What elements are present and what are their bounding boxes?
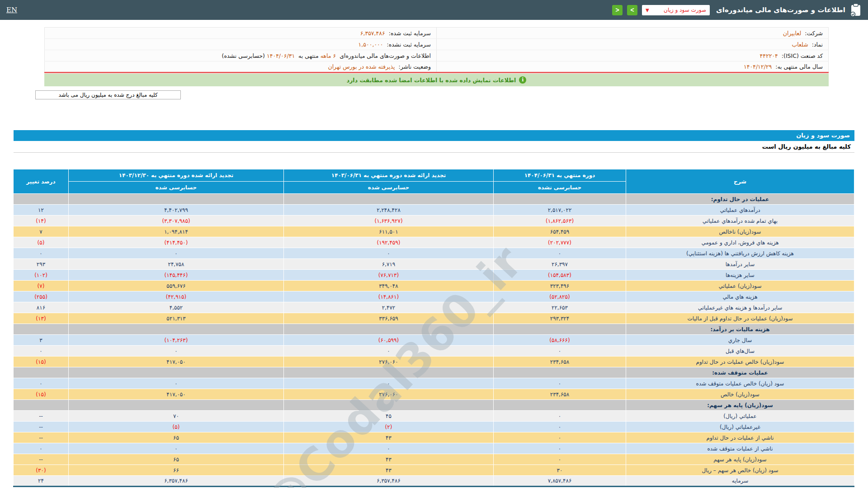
cell-yearend: ۱,۰۹۴,۸۱۴ (69, 226, 284, 237)
cell-change (14, 367, 69, 378)
cell-current: ۰ (494, 432, 626, 443)
period-text-3: منتهی به (298, 52, 319, 59)
cell-prior: ۴۵ (284, 411, 494, 422)
cell-current: ۷,۸۵۷,۴۸۶ (494, 476, 626, 487)
signed-data-banner: i اطلاعات نمایش داده شده با اطلاعات امضا… (44, 74, 829, 86)
col-subheader-current-audit: حسابرسی نشده (494, 182, 626, 194)
cell-yearend: ۰ (69, 443, 284, 454)
period-cell: اطلاعات و صورت‌های مالی میاندوره‌ای ۶ ما… (45, 50, 437, 61)
cell-current: ۲,۵۱۷,۰۲۲ (494, 205, 626, 216)
table-row: سال‌هاي قبل۰۰۰۰ (14, 346, 854, 357)
cell-prior (284, 194, 494, 205)
cell-yearend: (۵) (69, 422, 284, 432)
cell-change: (۳۰) (14, 465, 69, 476)
statement-type-dropdown[interactable]: صورت سود و زیان ▼ (642, 5, 710, 15)
cell-current: ۰ (494, 443, 626, 454)
page-title: اطلاعات و صورت‌های مالی میاندوره‌ای (716, 6, 845, 14)
cell-yearend: ۴,۴۰۲,۷۹۹ (69, 205, 284, 216)
table-row: سود(زیان) خالص۲۳۴,۶۵۸۲۷۶,۰۶۰۴۱۷,۰۵۰(۱۵) (14, 389, 854, 400)
cell-prior: (۱۹۲,۴۵۹) (284, 237, 494, 248)
cell-yearend (69, 194, 284, 205)
cell-current: (۱,۸۶۲,۵۶۳) (494, 216, 626, 226)
table-row: عملیاتي (ریال)۰۴۵۷۰-- (14, 411, 854, 422)
publisher-status-cell: وضعیت ناشر: پذیرفته شده در بورس تهران (45, 61, 437, 73)
cell-label: سال جاري (626, 335, 854, 346)
cell-yearend: (۱۰۴,۲۶۳) (69, 335, 284, 346)
publisher-status-value: پذیرفته شده در بورس تهران (328, 63, 396, 70)
amounts-unit-note-box: کلیه مبالغ درج شده به میلیون ریال می باش… (35, 90, 181, 99)
statement-title-bar: صورت سود و زیان (14, 130, 854, 141)
table-row: سود(زیان) ناخالص۶۵۴,۴۵۹۶۱۱,۵۰۱۱,۰۹۴,۸۱۴۷ (14, 226, 854, 237)
col-subheader-yearend-audit: حسابرسی شده (69, 182, 284, 194)
cell-current (494, 400, 626, 411)
cell-yearend: ۰ (69, 378, 284, 389)
cell-current: ۰ (494, 346, 626, 357)
info-row-company: شرکت: لعابیران سرمایه ثبت شده: ۶,۳۵۷,۴۸۶ (45, 28, 829, 39)
cell-yearend: (۴۱۴,۴۵۰) (69, 237, 284, 248)
info-icon: i (519, 76, 526, 84)
cell-label: هزینه هاي فروش، اداري و عمومي (626, 237, 854, 248)
cell-yearend: ۵۵۹,۶۷۶ (69, 281, 284, 291)
cell-label: سایر درآمدها (626, 259, 854, 270)
cell-prior (284, 324, 494, 335)
period-text-2: ۶ ماهه (321, 52, 338, 59)
cell-change: -- (14, 454, 69, 465)
chevron-down-icon: ▼ (646, 8, 649, 13)
statement-section: صورت سود و زیان کلیه مبالغ به میلیون ریا… (14, 130, 854, 487)
section-row: عملیات متوقف شده: (14, 367, 854, 378)
cell-label: درآمدهاي عملیاتي (626, 205, 854, 216)
cell-yearend: ۶۵ (69, 454, 284, 465)
previous-statement-button[interactable]: < (612, 5, 623, 15)
period-text-1: اطلاعات و صورت‌های مالی میاندوره‌ای (340, 52, 431, 59)
cell-yearend: ۵۲۱,۳۱۳ (69, 313, 284, 324)
cell-prior: ۲,۲۴۸,۴۲۸ (284, 205, 494, 216)
cell-prior: ۰ (284, 346, 494, 357)
cell-change (14, 400, 69, 411)
cell-change (14, 324, 69, 335)
cell-prior: ۲۷۶,۰۶۰ (284, 389, 494, 400)
table-row: سود(زیان) خالص عملیات در حال تداوم۲۳۴,۶۵… (14, 357, 854, 367)
statement-body: عملیات در حال تداوم:درآمدهاي عملیاتي۲,۵۱… (14, 194, 854, 487)
cell-yearend: ۲۴,۷۵۸ (69, 259, 284, 270)
cell-label: عملیات متوقف شده: (626, 367, 854, 378)
cell-change: (۲۵۵) (14, 291, 69, 302)
table-row: سایر هزینه‌ها(۱۵۴,۵۸۳)(۷۶,۷۱۳)(۱۴۵,۴۴۶)(… (14, 270, 854, 281)
cell-prior: ۰ (284, 443, 494, 454)
cell-prior: ۶,۳۵۷,۴۸۶ (284, 476, 494, 487)
cell-prior: ۳۴۹,۰۴۸ (284, 281, 494, 291)
capital-unregistered-cell: سرمایه ثبت نشده: ۱,۵۰۰,۰۰۰ (45, 39, 437, 50)
cell-yearend: ۰ (69, 248, 284, 259)
cell-change: -- (14, 422, 69, 432)
capital-registered-label: سرمایه ثبت شده: (389, 30, 431, 37)
cell-change: ۲۹۳ (14, 259, 69, 270)
cell-current: ۳۲۳,۴۹۶ (494, 281, 626, 291)
section-row: عملیات در حال تداوم: (14, 194, 854, 205)
cell-label: ناشي از عملیات در حال تداوم (626, 432, 854, 443)
capital-registered-value: ۶,۳۵۷,۴۸۶ (360, 30, 387, 37)
cell-yearend: ۰ (69, 346, 284, 357)
table-row: سود(زیان) پایه هر سهم۰۴۳۶۵-- (14, 454, 854, 465)
cell-label: سود(زیان) ناخالص (626, 226, 854, 237)
cell-current: ۲۳۴,۶۵۸ (494, 357, 626, 367)
cell-label: هزینه مالیات بر درآمد: (626, 324, 854, 335)
cell-current: ۰ (494, 411, 626, 422)
cell-prior: (۱۴,۸۶۱) (284, 291, 494, 302)
cell-current: (۲۰۲,۷۷۷) (494, 237, 626, 248)
cell-yearend: (۳,۳۰۷,۹۸۵) (69, 216, 284, 226)
top-header-bar: اطلاعات و صورت‌های مالی میاندوره‌ای صورت… (0, 0, 868, 20)
cell-prior: (۲) (284, 422, 494, 432)
cell-current: ۶۵۴,۴۵۹ (494, 226, 626, 237)
cell-change: (۱۴) (14, 216, 69, 226)
cell-change: ۸۱۶ (14, 302, 69, 313)
table-header-row-periods: شرح دوره منتهي به ۱۴۰۴/۰۶/۳۱ تجدید ارائه… (14, 169, 854, 182)
cell-change: (۷) (14, 281, 69, 291)
symbol-value: شلعاب (792, 41, 810, 48)
cell-label: عملیاتي (ریال) (626, 411, 854, 422)
cell-label: سود(زیان) پایه هر سهم: (626, 400, 854, 411)
table-row: سال جاري(۵۸,۶۶۶)(۶۰,۵۹۹)(۱۰۴,۲۶۳)۳ (14, 335, 854, 346)
table-row: درآمدهاي عملیاتي۲,۵۱۷,۰۲۲۲,۲۴۸,۴۲۸۴,۴۰۲,… (14, 205, 854, 216)
language-toggle-link[interactable]: EN (6, 6, 17, 14)
company-info-table: شرکت: لعابیران سرمایه ثبت شده: ۶,۳۵۷,۴۸۶… (44, 27, 829, 73)
table-row: هزینه هاي فروش، اداري و عمومي(۲۰۲,۷۷۷)(۱… (14, 237, 854, 248)
next-statement-button[interactable]: > (627, 5, 637, 15)
